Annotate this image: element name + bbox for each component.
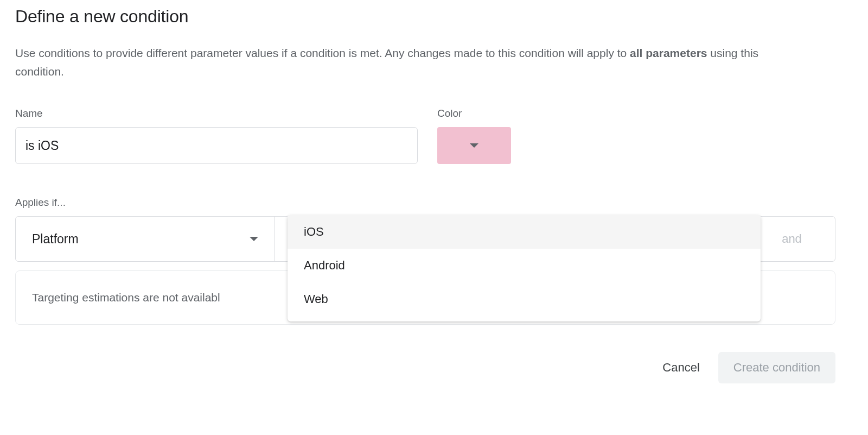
condition-type-select[interactable]: Platform [16,217,275,261]
name-input[interactable] [15,127,418,164]
dropdown-item-ios[interactable]: iOS [288,215,761,249]
name-field-group: Name [15,108,418,164]
dialog-description: Use conditions to provide different para… [15,44,807,80]
chevron-down-icon [250,237,258,241]
description-bold: all parameters [630,47,707,59]
description-pre: Use conditions to provide different para… [15,47,630,59]
applies-if-label: Applies if... [15,197,853,209]
dropdown-item-android[interactable]: Android [288,249,761,282]
dropdown-item-web[interactable]: Web [288,282,761,316]
and-button[interactable]: and [748,217,835,261]
cancel-button[interactable]: Cancel [660,356,701,379]
color-select[interactable] [437,127,511,164]
dialog-title: Define a new condition [15,7,853,27]
platform-dropdown-menu: iOS Android Web [288,215,761,321]
condition-type-value: Platform [32,232,79,247]
footer-actions: Cancel Create condition [15,352,835,383]
chevron-down-icon [470,143,478,148]
color-label: Color [437,108,511,119]
targeting-estimations-text: Targeting estimations are not availabl [32,291,220,304]
color-field-group: Color [437,108,511,164]
create-condition-button[interactable]: Create condition [718,352,835,383]
name-label: Name [15,108,418,119]
